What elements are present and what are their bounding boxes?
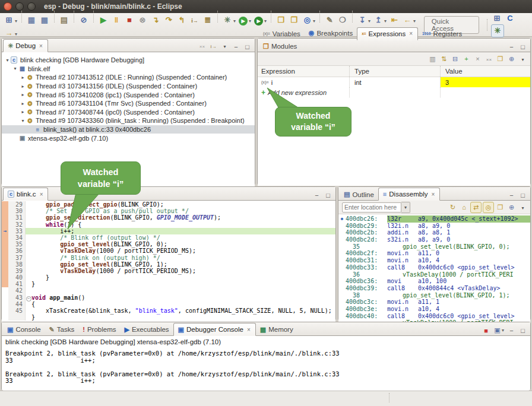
- back-icon-dropdown[interactable]: ▾: [413, 18, 416, 24]
- expander-icon[interactable]: ▸: [20, 84, 26, 89]
- view-menu-icon[interactable]: ▾: [220, 42, 230, 52]
- step-into-icon[interactable]: ↴: [150, 14, 162, 26]
- tab-debugger-console[interactable]: ▣Debugger Console×: [173, 323, 256, 336]
- maximize-icon[interactable]: □: [323, 190, 333, 200]
- minimize-icon[interactable]: −: [506, 190, 517, 200]
- new-wizard-icon-dropdown[interactable]: ▾: [15, 18, 17, 24]
- pin-view-icon[interactable]: ⊕: [506, 202, 517, 212]
- open-perspective-icon[interactable]: ⊞: [491, 12, 503, 24]
- perspective-cpp-button[interactable]: C: [504, 12, 516, 24]
- tab-expressions[interactable]: x=Expressions×: [357, 27, 418, 40]
- expander-icon[interactable]: ▸: [20, 92, 26, 97]
- save-all-icon[interactable]: ▩: [39, 14, 50, 26]
- run-launch-icon[interactable]: ▶: [239, 17, 248, 26]
- view-menu-icon[interactable]: ▾: [518, 203, 528, 213]
- debug-launch-icon[interactable]: ✳: [221, 14, 233, 26]
- build-icon[interactable]: ▤: [58, 14, 70, 26]
- disconnect-icon[interactable]: ⊗: [137, 14, 148, 26]
- location-dropdown-icon[interactable]: ▾: [401, 202, 410, 213]
- view-menu-icon[interactable]: ▾: [518, 55, 528, 65]
- tab-problems[interactable]: !Problems: [78, 323, 120, 335]
- collapse-all-icon[interactable]: ⊟: [450, 54, 460, 64]
- window-maximize-button[interactable]: [27, 2, 36, 11]
- maximize-icon[interactable]: □: [518, 190, 528, 200]
- resume-icon[interactable]: ▶: [97, 14, 109, 26]
- terminate-console-icon[interactable]: ■: [481, 325, 491, 335]
- expander-icon[interactable]: ▾: [20, 118, 26, 123]
- maximize-icon[interactable]: □: [518, 325, 528, 335]
- disassembly-code-area[interactable]: ◆400dbc26:l32ra9, 0x400d045c <_stext+109…: [338, 214, 530, 322]
- close-icon[interactable]: ×: [246, 326, 251, 334]
- debug-tree-row[interactable]: ▣xtensa-esp32-elf-gdb (7.10): [2, 134, 255, 142]
- instruction-pointer-icon[interactable]: →: [2, 228, 8, 234]
- close-icon[interactable]: ×: [430, 191, 435, 198]
- step-over-icon[interactable]: ↷: [163, 14, 175, 26]
- tab-outline[interactable]: ▤Outline: [340, 189, 378, 201]
- window-minimize-button[interactable]: [15, 2, 24, 11]
- expander-icon[interactable]: ▾: [4, 58, 11, 63]
- external-tools-icon[interactable]: ▶: [254, 17, 263, 26]
- back-icon[interactable]: ←: [401, 14, 413, 26]
- tab-breakpoints[interactable]: ◉Breakpoints: [305, 27, 357, 39]
- search-icon[interactable]: ◎: [301, 14, 313, 26]
- debug-launch-icon-dropdown[interactable]: ▾: [233, 18, 236, 24]
- terminate-icon[interactable]: ■: [124, 14, 135, 26]
- debug-tree-row[interactable]: ▸❂Thread #3 1073413156 (IDLE) (Suspended…: [2, 82, 255, 91]
- remove-all-expressions-icon[interactable]: ××: [484, 55, 494, 65]
- remove-expression-icon[interactable]: ×: [473, 54, 483, 64]
- maximize-icon[interactable]: □: [242, 42, 252, 52]
- home-icon[interactable]: ⌂: [459, 202, 469, 212]
- console-content[interactable]: blink checking [GDB Hardware Debugging] …: [2, 336, 530, 391]
- tab-debug[interactable]: ✳Debug×: [3, 39, 48, 52]
- tab-console[interactable]: ▣Console: [3, 323, 45, 335]
- debug-tree-row[interactable]: ▸❂Thread #5 1073410208 (ipc1) (Suspended…: [2, 90, 255, 99]
- debug-tree-row[interactable]: ▾❂Thread #9 1073433360 (blink_task : Run…: [2, 116, 255, 125]
- instruction-stepping-mode-icon[interactable]: i→: [208, 42, 218, 52]
- column-value[interactable]: Value: [441, 66, 530, 77]
- debug-tree-row[interactable]: ▸❂Thread #7 1073408744 (ipc0) (Suspended…: [2, 108, 255, 117]
- remove-all-terminated-icon[interactable]: ××: [197, 42, 207, 52]
- skip-all-breakpoints-icon[interactable]: ⊘: [78, 14, 90, 26]
- close-icon[interactable]: ×: [39, 191, 44, 198]
- close-icon[interactable]: ×: [408, 30, 413, 37]
- previous-annotation-icon-dropdown[interactable]: ▾: [384, 18, 387, 24]
- debug-tree-row[interactable]: ▸❂Thread #2 1073413512 (IDLE : Running) …: [2, 73, 255, 82]
- open-resource-icon[interactable]: ❐: [288, 14, 300, 26]
- search-icon-dropdown[interactable]: ▾: [313, 18, 315, 24]
- column-expression[interactable]: Expression: [258, 66, 350, 77]
- add-expression-icon[interactable]: +: [461, 54, 471, 64]
- tab-tasks[interactable]: ✎Tasks: [45, 323, 79, 335]
- minimize-icon[interactable]: −: [506, 325, 517, 335]
- next-annotation-icon[interactable]: ↧: [356, 14, 368, 26]
- step-return-icon[interactable]: ↰: [176, 14, 188, 26]
- fold-collapse-icon[interactable]: −: [26, 294, 31, 301]
- show-source-icon[interactable]: ◎: [483, 202, 494, 213]
- last-edit-location-icon[interactable]: ⇤: [388, 14, 400, 26]
- show-type-names-icon[interactable]: ▥: [428, 54, 438, 64]
- pin-view-icon[interactable]: ⊕: [506, 54, 517, 64]
- debug-tree-row[interactable]: ≡blink_task() at blink.c:33 0x400dbc26: [2, 125, 255, 134]
- minimize-icon[interactable]: −: [506, 42, 517, 52]
- close-icon[interactable]: ×: [39, 42, 43, 50]
- tab-executables[interactable]: ▶Executables: [120, 323, 173, 335]
- expander-icon[interactable]: ▸: [20, 109, 26, 115]
- debug-tree-row[interactable]: ▾cblink checking [GDB Hardware Debugging…: [2, 56, 255, 65]
- display-console-icon[interactable]: ▣: [492, 325, 502, 335]
- run-launch-icon-dropdown[interactable]: ▾: [249, 18, 251, 24]
- tab-variables[interactable]: (x)=Variables: [259, 28, 305, 40]
- suspend-icon[interactable]: ‖: [110, 14, 122, 26]
- expander-icon[interactable]: ▾: [12, 66, 18, 71]
- tab-disassembly[interactable]: ≡Disassembly×: [378, 188, 440, 201]
- sync-context-icon[interactable]: ⇄: [470, 202, 482, 213]
- use-step-filters-icon[interactable]: ≣: [202, 14, 214, 26]
- forward-icon-dropdown[interactable]: ▾: [15, 31, 17, 37]
- tab-modules[interactable]: ❒Modules: [259, 40, 301, 52]
- forward-icon[interactable]: →: [3, 27, 15, 39]
- editor-code-area[interactable]: 29 gpio_pad_select_gpio(BLINK_GPIO);30 /…: [2, 201, 335, 322]
- mark-occurrences-icon[interactable]: ✎: [324, 14, 335, 26]
- previous-annotation-icon[interactable]: ↥: [372, 14, 384, 26]
- external-tools-icon-dropdown[interactable]: ▾: [264, 18, 267, 24]
- refresh-icon[interactable]: ↻: [448, 202, 458, 212]
- debug-tree-row[interactable]: ▾▦blink.elf: [2, 65, 255, 74]
- debug-tree-row[interactable]: ▸❂Thread #6 1073431104 (Tmr Svc) (Suspen…: [2, 99, 255, 108]
